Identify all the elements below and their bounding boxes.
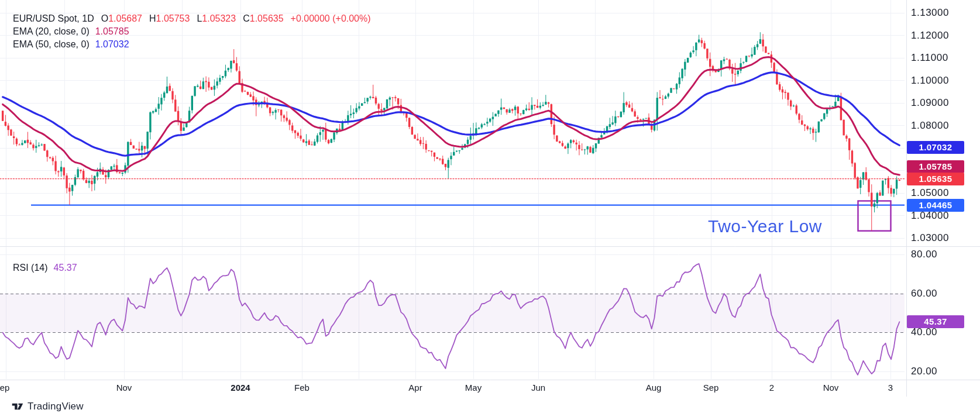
time-axis-label: 2024 bbox=[231, 383, 250, 393]
time-axis-label: Feb bbox=[294, 383, 310, 393]
time-axis-label: 3 bbox=[888, 383, 893, 393]
rsi-label: RSI (14) bbox=[13, 263, 48, 273]
open-value: 1.05687 bbox=[108, 13, 142, 23]
time-axis-label: Nov bbox=[116, 383, 132, 393]
high-value: 1.05753 bbox=[156, 13, 190, 23]
time-axis-label: May bbox=[465, 383, 482, 393]
ema50-value: 1.07032 bbox=[95, 39, 129, 49]
low-value: 1.05323 bbox=[202, 13, 236, 23]
ema20-label: EMA (20, close, 0) bbox=[13, 26, 90, 36]
low-label: L bbox=[197, 13, 202, 23]
high-label: H bbox=[149, 13, 156, 23]
rsi-value: 45.37 bbox=[54, 263, 77, 273]
open-label: O bbox=[101, 13, 108, 23]
watermark-label: TradingView bbox=[27, 401, 84, 412]
time-axis-label: Apr bbox=[408, 383, 422, 393]
ema20-value: 1.05785 bbox=[95, 26, 129, 36]
rsi-legend-row[interactable]: RSI (14)45.37 bbox=[13, 261, 77, 274]
symbol-legend-row[interactable]: EUR/USD Spot, 1DO1.05687H1.05753L1.05323… bbox=[13, 12, 371, 25]
time-axis-label: Jun bbox=[531, 383, 545, 393]
symbol-title: EUR/USD Spot, 1D bbox=[13, 13, 94, 23]
ema20-legend-row[interactable]: EMA (20, close, 0)1.05785 bbox=[13, 25, 371, 38]
tradingview-chart: EUR/USD Spot, 1DO1.05687H1.05753L1.05323… bbox=[0, 0, 980, 420]
two-year-low-annotation[interactable]: Two-Year Low bbox=[708, 216, 822, 236]
close-value: 1.05635 bbox=[250, 13, 284, 23]
symbol-legend: EUR/USD Spot, 1DO1.05687H1.05753L1.05323… bbox=[13, 12, 371, 51]
ema50-legend-row[interactable]: EMA (50, close, 0)1.07032 bbox=[13, 38, 371, 51]
time-axis-label: 2 bbox=[769, 383, 774, 393]
tradingview-logo-icon bbox=[12, 401, 23, 412]
time-axis-label: Nov bbox=[823, 383, 839, 393]
tradingview-watermark[interactable]: TradingView bbox=[12, 401, 84, 412]
time-axis-label: Sep bbox=[703, 383, 719, 393]
close-label: C bbox=[243, 13, 250, 23]
time-axis-label: ep bbox=[0, 383, 9, 393]
ema50-label: EMA (50, close, 0) bbox=[13, 39, 90, 49]
time-axis-label: Aug bbox=[646, 383, 662, 393]
change-value: +0.00000 (+0.00%) bbox=[291, 13, 371, 23]
chart-canvas[interactable] bbox=[0, 0, 980, 420]
